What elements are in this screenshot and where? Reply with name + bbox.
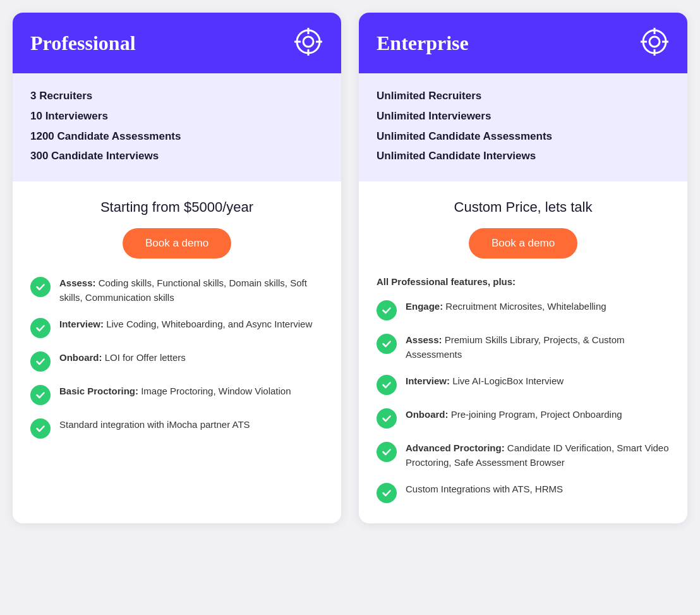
card-enterprise: Enterprise Unlimited RecruitersUnlimited… xyxy=(359,13,687,523)
professional-feature-item-3: Basic Proctoring: Image Proctoring, Wind… xyxy=(30,384,323,405)
professional-stat-0: 3 Recruiters xyxy=(30,88,323,104)
professional-feature-item-2: Onboard: LOI for Offer letters xyxy=(30,351,323,372)
check-icon xyxy=(30,318,51,338)
enterprise-feature-list: Engage: Recruitment Microsites, Whitelab… xyxy=(377,300,670,503)
professional-stats: 3 Recruiters10 Interviewers1200 Candidat… xyxy=(13,73,341,181)
check-icon xyxy=(377,300,397,320)
check-icon xyxy=(30,351,51,372)
enterprise-feature-text-5: Custom Integrations with ATS, HRMS xyxy=(406,482,563,497)
enterprise-feature-text-1: Assess: Premium Skills Library, Projects… xyxy=(406,333,670,362)
enterprise-stat-2: Unlimited Candidate Assessments xyxy=(377,129,670,144)
professional-feature-list: Assess: Coding skills, Functional skills… xyxy=(30,276,323,439)
enterprise-stat-1: Unlimited Interviewers xyxy=(377,109,670,124)
professional-feature-item-4: Standard integration with iMocha partner… xyxy=(30,418,323,439)
check-icon xyxy=(30,385,51,405)
professional-feature-text-4: Standard integration with iMocha partner… xyxy=(59,418,250,432)
professional-stat-2: 1200 Candidate Assessments xyxy=(30,129,323,144)
check-icon xyxy=(377,375,397,395)
svg-point-1 xyxy=(303,37,313,47)
target-icon xyxy=(293,27,323,59)
enterprise-feature-item-4: Advanced Proctoring: Candidate ID Verifi… xyxy=(377,441,670,470)
check-icon xyxy=(30,277,51,297)
professional-demo-button[interactable]: Book a demo xyxy=(123,228,231,259)
check-icon xyxy=(377,334,397,354)
enterprise-features-label: All Professional features, plus: xyxy=(377,276,670,287)
check-icon xyxy=(377,483,397,503)
professional-header: Professional xyxy=(13,13,341,73)
enterprise-feature-text-3: Onboard: Pre-joining Program, Project On… xyxy=(406,408,622,422)
target-icon xyxy=(639,27,670,59)
pricing-cards: Professional 3 Recruiters10 Interviewers… xyxy=(13,13,687,523)
enterprise-feature-item-1: Assess: Premium Skills Library, Projects… xyxy=(377,333,670,362)
check-icon xyxy=(377,442,397,462)
enterprise-feature-text-2: Interview: Live AI-LogicBox Interview xyxy=(406,374,564,389)
enterprise-body: Custom Price, lets talkBook a demoAll Pr… xyxy=(359,181,687,523)
professional-body: Starting from $5000/yearBook a demo Asse… xyxy=(13,181,341,459)
professional-feature-item-1: Interview: Live Coding, Whiteboarding, a… xyxy=(30,317,323,338)
enterprise-feature-item-5: Custom Integrations with ATS, HRMS xyxy=(377,482,670,503)
professional-feature-text-0: Assess: Coding skills, Functional skills… xyxy=(59,276,323,305)
professional-feature-item-0: Assess: Coding skills, Functional skills… xyxy=(30,276,323,305)
check-icon xyxy=(30,418,51,439)
professional-feature-text-1: Interview: Live Coding, Whiteboarding, a… xyxy=(59,317,312,332)
enterprise-feature-item-3: Onboard: Pre-joining Program, Project On… xyxy=(377,408,670,429)
card-professional: Professional 3 Recruiters10 Interviewers… xyxy=(13,13,341,523)
enterprise-stats: Unlimited RecruitersUnlimited Interviewe… xyxy=(359,73,687,181)
enterprise-demo-button[interactable]: Book a demo xyxy=(469,228,577,259)
enterprise-price: Custom Price, lets talk xyxy=(377,199,670,216)
enterprise-feature-item-0: Engage: Recruitment Microsites, Whitelab… xyxy=(377,300,670,320)
enterprise-header: Enterprise xyxy=(359,13,687,73)
enterprise-stat-0: Unlimited Recruiters xyxy=(377,88,670,104)
check-icon xyxy=(377,408,397,429)
professional-feature-text-3: Basic Proctoring: Image Proctoring, Wind… xyxy=(59,384,291,399)
svg-point-7 xyxy=(649,37,660,47)
enterprise-stat-3: Unlimited Candidate Interviews xyxy=(377,149,670,164)
enterprise-feature-text-4: Advanced Proctoring: Candidate ID Verifi… xyxy=(406,441,670,470)
professional-title: Professional xyxy=(30,32,136,55)
professional-feature-text-2: Onboard: LOI for Offer letters xyxy=(59,351,186,365)
professional-stat-3: 300 Candidate Interviews xyxy=(30,149,323,164)
enterprise-title: Enterprise xyxy=(377,32,469,55)
professional-price: Starting from $5000/year xyxy=(30,199,323,216)
enterprise-feature-text-0: Engage: Recruitment Microsites, Whitelab… xyxy=(406,300,606,314)
professional-stat-1: 10 Interviewers xyxy=(30,109,323,124)
enterprise-feature-item-2: Interview: Live AI-LogicBox Interview xyxy=(377,374,670,395)
